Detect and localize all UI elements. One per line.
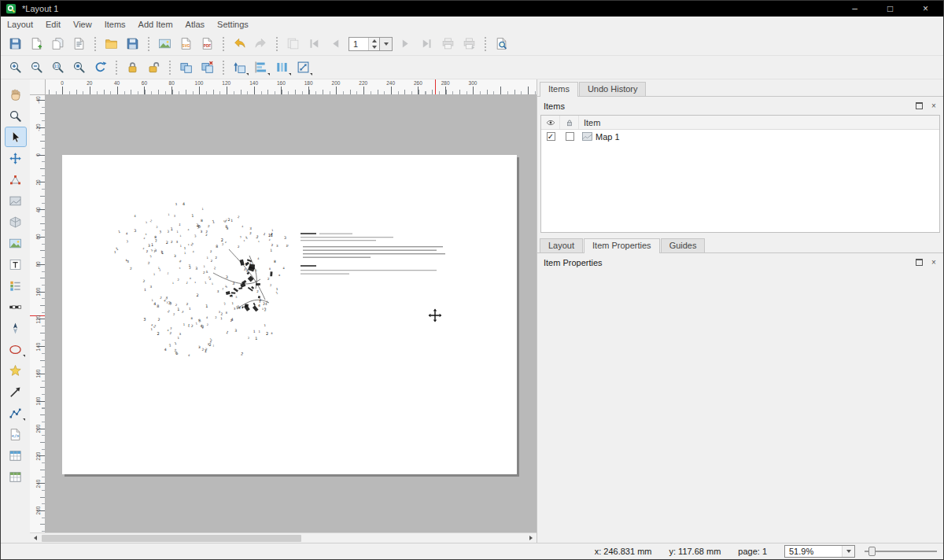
add-picture-button[interactable]: [6, 234, 26, 252]
close-properties-panel-button[interactable]: ×: [929, 258, 938, 267]
svg-text:1: 1: [191, 214, 194, 218]
add-node-item-button[interactable]: [6, 403, 26, 422]
add-map-button[interactable]: [6, 191, 26, 210]
svg-text:4: 4: [193, 250, 194, 253]
add-arrow-button[interactable]: [6, 382, 26, 401]
map1-visibility-checkbox[interactable]: [547, 132, 555, 141]
close-button[interactable]: ×: [908, 1, 943, 17]
svg-text:1: 1: [153, 273, 155, 276]
pan-layout-tool[interactable]: [6, 85, 26, 104]
zoom-slider-handle[interactable]: [868, 547, 876, 556]
minimize-button[interactable]: –: [837, 1, 872, 17]
svg-text:1: 1: [178, 336, 180, 340]
tab-item-properties[interactable]: Item Properties: [584, 238, 660, 253]
menu-view[interactable]: View: [67, 17, 98, 31]
save-project-button[interactable]: [6, 35, 25, 53]
first-feature-button[interactable]: [304, 35, 324, 53]
zoom-actual-button[interactable]: 1:1: [48, 58, 68, 77]
previous-feature-button[interactable]: [326, 35, 345, 53]
zoom-in-button[interactable]: [6, 58, 25, 77]
items-row-map1[interactable]: Map 1: [541, 130, 939, 143]
items-panel-header: Items ×: [537, 97, 943, 114]
save-as-template-button[interactable]: [123, 35, 142, 53]
atlas-feature-dropdown-button[interactable]: [380, 37, 393, 51]
scroll-right-button[interactable]: [525, 533, 537, 543]
zoom-slider[interactable]: [865, 545, 937, 558]
visibility-column-header[interactable]: [541, 116, 560, 129]
add-marker-button[interactable]: [6, 361, 26, 380]
export-as-image-button[interactable]: [155, 35, 175, 53]
menu-add-item[interactable]: Add Item: [132, 17, 179, 31]
h-ruler-label: 180: [304, 80, 313, 86]
atlas-settings-button[interactable]: [492, 35, 511, 53]
add-legend-button[interactable]: [6, 276, 26, 295]
duplicate-layout-button[interactable]: [48, 35, 68, 53]
edit-nodes-item-tool[interactable]: [6, 170, 26, 189]
undock-properties-panel-button[interactable]: [914, 258, 924, 267]
next-feature-button[interactable]: [396, 35, 415, 53]
resize-selected-items-button[interactable]: [293, 58, 313, 77]
menu-layout[interactable]: Layout: [1, 17, 39, 31]
add-shape-button[interactable]: [6, 340, 26, 359]
align-selected-items-button[interactable]: [251, 58, 271, 77]
add-fixed-table-button[interactable]: [6, 467, 26, 486]
last-feature-button[interactable]: [417, 35, 437, 53]
lock-column-header[interactable]: [560, 116, 579, 129]
zoom-layout-tool[interactable]: [6, 106, 26, 125]
canvas-horizontal-scrollbar[interactable]: [30, 532, 537, 543]
add-label-button[interactable]: [6, 255, 26, 274]
tab-undo-history[interactable]: Undo History: [579, 82, 647, 96]
export-atlas-button[interactable]: [459, 35, 479, 53]
group-items-button[interactable]: [176, 58, 196, 77]
menu-settings[interactable]: Settings: [211, 17, 255, 31]
add-html-button[interactable]: </>: [6, 425, 26, 444]
unlock-all-items-button[interactable]: [144, 58, 164, 77]
item-column-header[interactable]: Item: [579, 116, 939, 129]
h-ruler-label: 100: [195, 80, 204, 86]
tab-items[interactable]: Items: [540, 82, 578, 97]
add-items-from-template-button[interactable]: [101, 35, 121, 53]
select-move-item-tool[interactable]: [6, 127, 26, 146]
export-as-svg-button[interactable]: SVG: [176, 35, 196, 53]
move-item-content-tool[interactable]: [6, 149, 26, 168]
add-scalebar-button[interactable]: [6, 297, 26, 316]
preview-atlas-button[interactable]: [283, 35, 303, 53]
add-attribute-table-button[interactable]: [6, 446, 26, 465]
tab-guides[interactable]: Guides: [661, 238, 706, 252]
lock-selected-items-button[interactable]: [123, 58, 142, 77]
zoom-full-button[interactable]: [69, 58, 89, 77]
menu-atlas[interactable]: Atlas: [179, 17, 211, 31]
add-3d-map-button[interactable]: [6, 212, 26, 231]
distribute-selected-items-button[interactable]: [272, 58, 292, 77]
map-item[interactable]: 2343232141322431322421113481823111233312…: [62, 155, 517, 474]
close-items-panel-button[interactable]: ×: [929, 101, 938, 111]
undock-items-panel-button[interactable]: [914, 101, 924, 111]
zoom-out-button[interactable]: [27, 58, 46, 77]
layout-canvas[interactable]: 2343232141322431322421113481823111233312…: [46, 95, 537, 532]
redo-button[interactable]: [251, 35, 271, 53]
ungroup-items-button[interactable]: [197, 58, 217, 77]
menu-items[interactable]: Items: [98, 17, 132, 31]
map1-lock-checkbox[interactable]: [566, 132, 574, 141]
scrollbar-thumb[interactable]: [42, 535, 301, 542]
export-as-pdf-button[interactable]: PDF: [197, 35, 217, 53]
maximize-button[interactable]: □: [872, 1, 908, 17]
add-north-arrow-button[interactable]: [6, 319, 26, 337]
scroll-left-button[interactable]: [30, 533, 41, 543]
menu-edit[interactable]: Edit: [39, 17, 67, 31]
new-layout-button[interactable]: [27, 35, 46, 53]
refresh-view-button[interactable]: [90, 58, 110, 77]
svg-text:8: 8: [197, 318, 201, 323]
svg-text:1: 1: [258, 240, 260, 243]
undo-button[interactable]: [230, 35, 249, 53]
atlas-feature-spinner[interactable]: 1: [348, 37, 393, 51]
tab-layout[interactable]: Layout: [540, 238, 583, 252]
raise-selected-items-button[interactable]: [230, 58, 249, 77]
layout-manager-button[interactable]: [69, 35, 89, 53]
combobox-dropdown-icon[interactable]: [842, 546, 854, 557]
svg-text:2: 2: [216, 256, 218, 260]
spinner-arrows[interactable]: [368, 38, 379, 50]
svg-text:8: 8: [274, 260, 276, 263]
print-atlas-button[interactable]: [438, 35, 458, 53]
zoom-level-combobox[interactable]: 51.9%: [784, 545, 855, 558]
